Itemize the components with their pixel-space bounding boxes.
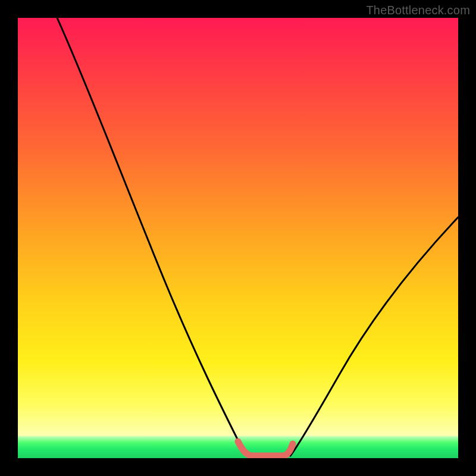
valley-highlight — [238, 441, 293, 456]
right-curve — [290, 217, 458, 456]
left-curve — [57, 18, 249, 456]
chart-frame: TheBottleneck.com — [0, 0, 476, 476]
plot-area — [18, 18, 458, 458]
watermark-text: TheBottleneck.com — [366, 4, 470, 17]
curve-layer — [18, 18, 458, 458]
